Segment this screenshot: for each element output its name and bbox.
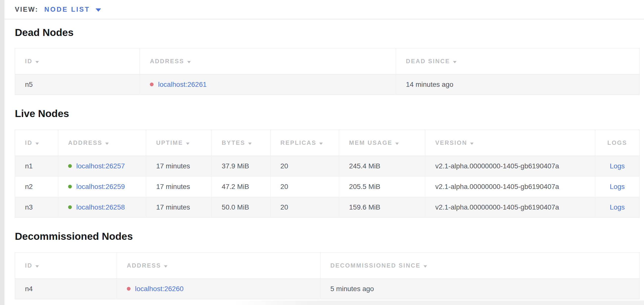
node-status-dot: [68, 205, 72, 209]
table-row: n4localhost:262605 minutes ago: [15, 279, 640, 299]
column-header-label: ADDRESS: [68, 139, 102, 146]
replicas-cell: 20: [270, 156, 339, 177]
table-row: n3localhost:2625817 minutes50.0 MiB20159…: [15, 197, 640, 218]
column-header-label: DECOMMISSIONED SINCE: [330, 262, 420, 269]
uptime-cell: 17 minutes: [146, 177, 212, 197]
sort-caret-icon: [36, 143, 39, 145]
column-header-id[interactable]: ID: [15, 253, 117, 279]
since-cell: 14 minutes ago: [396, 74, 639, 95]
column-header-label: ID: [25, 58, 32, 65]
logs-link[interactable]: Logs: [610, 183, 625, 190]
column-header-since[interactable]: DECOMMISSIONED SINCE: [320, 253, 639, 279]
logs-cell: Logs: [595, 197, 639, 218]
page-left-gutter: [0, 0, 4, 305]
column-header-id[interactable]: ID: [15, 130, 58, 156]
column-header-replicas[interactable]: REPLICAS: [270, 130, 339, 156]
address-cell: localhost:26261: [140, 74, 396, 95]
decommissioned-nodes-table: IDADDRESSDECOMMISSIONED SINCEn4localhost…: [15, 252, 640, 299]
section-title-dead-nodes: Dead Nodes: [15, 27, 640, 38]
sort-caret-icon: [424, 265, 427, 267]
page-bottom-gutter: [0, 300, 644, 305]
address-cell: localhost:26259: [58, 177, 146, 197]
header-row: IDADDRESSDEAD SINCE: [15, 48, 640, 74]
address-cell: localhost:26258: [58, 197, 146, 218]
column-header-uptime[interactable]: UPTIME: [146, 130, 212, 156]
bytes-cell: 47.2 MiB: [212, 177, 270, 197]
mem-cell: 205.5 MiB: [339, 177, 425, 197]
sort-caret-icon: [36, 265, 39, 267]
id-cell: n3: [15, 197, 58, 218]
column-header-label: REPLICAS: [280, 139, 316, 146]
column-header-label: ID: [25, 262, 32, 269]
column-header-address[interactable]: ADDRESS: [117, 253, 320, 279]
bytes-cell: 37.9 MiB: [212, 156, 270, 177]
column-header-label: VERSION: [435, 139, 467, 146]
id-cell: n1: [15, 156, 58, 177]
address-link[interactable]: localhost:26259: [76, 183, 125, 190]
sort-caret-icon: [470, 143, 474, 145]
table-row: n5localhost:2626114 minutes ago: [15, 74, 640, 95]
id-cell: n5: [15, 74, 140, 95]
view-label: VIEW:: [15, 6, 38, 14]
since-cell: 5 minutes ago: [320, 279, 639, 299]
bytes-cell: 50.0 MiB: [212, 197, 270, 218]
version-cell: v2.1-alpha.00000000-1405-gb6190407a: [425, 156, 595, 177]
table-row: n2localhost:2625917 minutes47.2 MiB20205…: [15, 177, 640, 197]
node-list-page: Dead Nodes IDADDRESSDEAD SINCEn5localhos…: [0, 27, 644, 299]
address-link[interactable]: localhost:26260: [135, 285, 184, 292]
column-header-address[interactable]: ADDRESS: [58, 130, 146, 156]
header-row: IDADDRESSDECOMMISSIONED SINCE: [15, 253, 640, 279]
node-status-dot: [150, 83, 154, 86]
column-header-mem[interactable]: MEM USAGE: [339, 130, 425, 156]
column-header-version[interactable]: VERSION: [425, 130, 595, 156]
address-cell: localhost:26257: [58, 156, 146, 177]
section-title-decommissioned-nodes: Decommissioned Nodes: [15, 231, 640, 242]
version-cell: v2.1-alpha.00000000-1405-gb6190407a: [425, 177, 595, 197]
sort-caret-icon: [186, 143, 190, 145]
section-title-live-nodes: Live Nodes: [15, 108, 640, 119]
node-status-dot: [68, 185, 72, 188]
column-header-since[interactable]: DEAD SINCE: [396, 48, 639, 74]
chevron-down-icon: [96, 9, 101, 12]
live-nodes-table: IDADDRESSUPTIMEBYTESREPLICASMEM USAGEVER…: [15, 130, 640, 218]
mem-cell: 245.4 MiB: [339, 156, 425, 177]
mem-cell: 159.6 MiB: [339, 197, 425, 218]
section-decommissioned-nodes: Decommissioned Nodes IDADDRESSDECOMMISSI…: [15, 231, 640, 299]
view-bar: VIEW: NODE LIST: [0, 0, 644, 19]
replicas-cell: 20: [270, 197, 339, 218]
uptime-cell: 17 minutes: [146, 197, 212, 218]
section-dead-nodes: Dead Nodes IDADDRESSDEAD SINCEn5localhos…: [15, 27, 640, 95]
address-link[interactable]: localhost:26257: [76, 162, 125, 170]
sort-caret-icon: [248, 143, 252, 145]
column-header-label: MEM USAGE: [349, 139, 392, 146]
column-header-label: ADDRESS: [127, 262, 161, 269]
logs-cell: Logs: [595, 156, 639, 177]
version-cell: v2.1-alpha.00000000-1405-gb6190407a: [425, 197, 595, 218]
view-selector-value: NODE LIST: [44, 6, 90, 14]
node-status-dot: [127, 287, 130, 291]
column-header-label: DEAD SINCE: [406, 58, 450, 65]
column-header-label: UPTIME: [156, 139, 183, 146]
column-header-label: ADDRESS: [150, 58, 184, 65]
replicas-cell: 20: [270, 177, 339, 197]
id-cell: n4: [15, 279, 117, 299]
sort-caret-icon: [164, 265, 168, 267]
logs-link[interactable]: Logs: [610, 203, 625, 211]
column-header-id[interactable]: ID: [15, 48, 140, 74]
sort-caret-icon: [453, 61, 456, 63]
node-status-dot: [68, 164, 72, 168]
uptime-cell: 17 minutes: [146, 156, 212, 177]
address-link[interactable]: localhost:26258: [76, 203, 125, 211]
column-header-address[interactable]: ADDRESS: [140, 48, 396, 74]
column-header-bytes[interactable]: BYTES: [212, 130, 270, 156]
column-header-logs: LOGS: [595, 130, 639, 156]
address-link[interactable]: localhost:26261: [158, 81, 206, 88]
column-header-label: LOGS: [607, 139, 627, 146]
view-selector[interactable]: NODE LIST: [44, 6, 101, 14]
logs-link[interactable]: Logs: [610, 162, 625, 170]
dead-nodes-table: IDADDRESSDEAD SINCEn5localhost:2626114 m…: [15, 48, 640, 95]
sort-caret-icon: [36, 61, 39, 63]
address-cell: localhost:26260: [117, 279, 320, 299]
header-row: IDADDRESSUPTIMEBYTESREPLICASMEM USAGEVER…: [15, 130, 640, 156]
column-header-label: ID: [25, 139, 32, 146]
